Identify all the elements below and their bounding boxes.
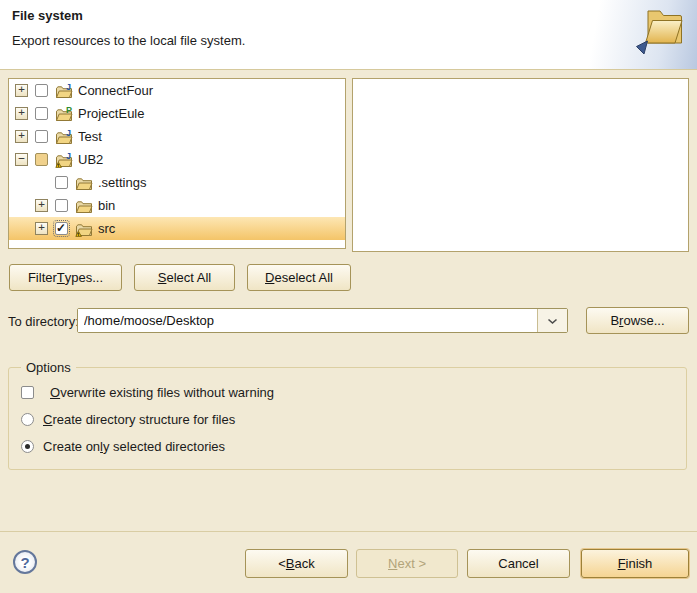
page-subtitle: Export resources to the local file syste… [12, 33, 245, 48]
directory-input[interactable] [78, 309, 537, 332]
tree-row[interactable]: +src [9, 217, 345, 240]
page-title: File system [12, 8, 83, 23]
tree-item-label: ProjectEule [78, 106, 144, 121]
tree-checkbox[interactable] [35, 84, 48, 97]
java-project-icon: J [55, 83, 73, 99]
wizard-header: File system Export resources to the loca… [0, 0, 697, 70]
resource-tree[interactable]: +JConnectFour+PProjectEule+JTest−JUB2.se… [8, 78, 346, 249]
tree-checkbox[interactable] [55, 176, 68, 189]
filter-types-button[interactable]: Filter Types... [9, 264, 122, 291]
tree-row[interactable]: +JConnectFour [9, 79, 345, 102]
expand-plus-icon[interactable]: + [35, 199, 48, 212]
option-row[interactable]: Create directory structure for files [9, 406, 686, 433]
option-row[interactable]: Create only selected directories [9, 433, 686, 460]
folder-icon [75, 198, 93, 214]
folder-warning-icon [75, 221, 93, 237]
deselect-all-button[interactable]: Deselect All [247, 264, 351, 291]
browse-button[interactable]: Browse... [586, 307, 689, 334]
to-directory-label: To directory: [8, 314, 79, 329]
svg-text:J: J [66, 129, 71, 138]
tree-checkbox[interactable] [55, 199, 68, 212]
option-label: Overwrite existing files without warning [50, 385, 274, 400]
select-all-button[interactable]: Select All [134, 264, 235, 291]
tree-item-label: ConnectFour [78, 83, 153, 98]
chevron-down-icon [547, 313, 558, 328]
tree-row[interactable]: −JUB2 [9, 148, 345, 171]
svg-text:J: J [66, 83, 71, 92]
tree-item-label: src [98, 221, 115, 236]
tree-checkbox[interactable] [35, 130, 48, 143]
tree-checkbox[interactable] [35, 107, 48, 120]
option-label: Create only selected directories [43, 439, 225, 454]
finish-button[interactable]: Finish [581, 549, 689, 578]
file-list-panel[interactable] [352, 78, 689, 252]
directory-combobox [77, 308, 568, 333]
tree-row[interactable]: +bin [9, 194, 345, 217]
option-checkbox[interactable] [21, 386, 34, 399]
tree-item-label: Test [78, 129, 102, 144]
help-button[interactable]: ? [13, 550, 37, 574]
expand-plus-icon[interactable]: + [35, 222, 48, 235]
next-button[interactable]: Next > [356, 549, 458, 578]
tree-item-label: .settings [98, 175, 146, 190]
option-row[interactable]: Overwrite existing files without warning [9, 379, 686, 406]
tree-row[interactable]: .settings [9, 171, 345, 194]
options-group: Options Overwrite existing files without… [8, 360, 687, 470]
tree-row[interactable]: +JTest [9, 125, 345, 148]
expand-plus-icon[interactable]: + [15, 107, 28, 120]
options-legend: Options [21, 360, 76, 375]
svg-text:P: P [66, 106, 72, 115]
java-project-warning-icon: J [55, 152, 73, 168]
option-radio[interactable] [21, 413, 34, 426]
footer-separator [0, 531, 697, 532]
option-label: Create directory structure for files [43, 412, 235, 427]
cancel-button[interactable]: Cancel [467, 549, 570, 578]
tree-item-label: bin [98, 198, 115, 213]
expand-plus-icon[interactable]: + [15, 84, 28, 97]
folder-icon [75, 175, 93, 191]
export-folder-icon [634, 3, 690, 65]
tree-row[interactable]: +PProjectEule [9, 102, 345, 125]
p-project-icon: P [55, 106, 73, 122]
collapse-minus-icon[interactable]: − [15, 153, 28, 166]
tree-action-buttons: Filter Types... Select All Deselect All [9, 264, 351, 291]
tree-item-label: UB2 [78, 152, 103, 167]
back-button[interactable]: < Back [245, 549, 348, 578]
combo-dropdown-button[interactable] [537, 309, 567, 332]
tree-checkbox[interactable] [35, 153, 48, 166]
option-radio[interactable] [21, 440, 34, 453]
tree-checkbox[interactable] [55, 222, 68, 235]
expand-plus-icon[interactable]: + [15, 130, 28, 143]
svg-text:J: J [66, 152, 71, 161]
java-project-icon: J [55, 129, 73, 145]
